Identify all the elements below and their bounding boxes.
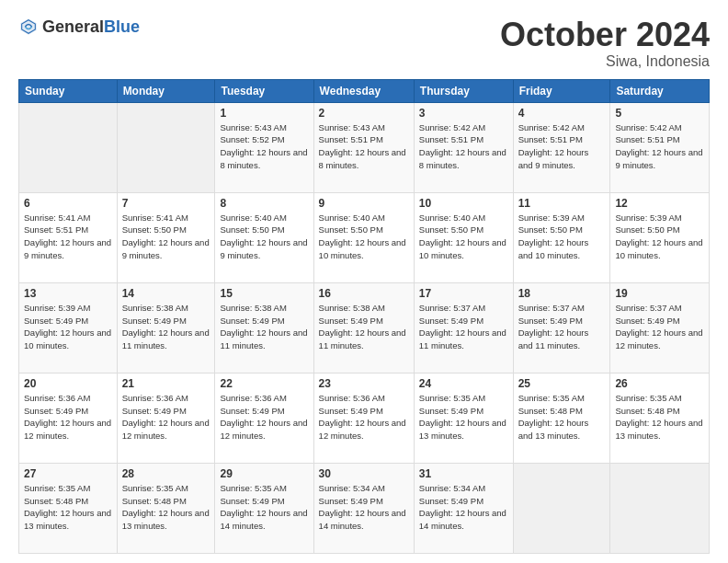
calendar-cell xyxy=(117,102,215,192)
day-number: 12 xyxy=(615,197,704,210)
day-number: 30 xyxy=(319,467,409,480)
header: GeneralBlue October 2024 Siwa, Indonesia xyxy=(18,17,710,70)
calendar-week-row: 1Sunrise: 5:43 AM Sunset: 5:52 PM Daylig… xyxy=(19,102,710,192)
calendar-cell: 22Sunrise: 5:36 AM Sunset: 5:49 PM Dayli… xyxy=(215,373,313,463)
day-number: 16 xyxy=(319,287,409,300)
day-number: 20 xyxy=(24,377,112,390)
weekday-header: Tuesday xyxy=(215,79,313,102)
calendar-cell: 10Sunrise: 5:40 AM Sunset: 5:50 PM Dayli… xyxy=(414,192,513,282)
day-number: 17 xyxy=(419,287,508,300)
day-number: 7 xyxy=(122,197,210,210)
day-info: Sunrise: 5:35 AM Sunset: 5:49 PM Dayligh… xyxy=(419,392,508,442)
day-number: 29 xyxy=(220,467,308,480)
day-info: Sunrise: 5:36 AM Sunset: 5:49 PM Dayligh… xyxy=(319,392,409,442)
day-number: 31 xyxy=(419,467,508,480)
title-area: October 2024 Siwa, Indonesia xyxy=(500,17,710,70)
calendar-cell: 30Sunrise: 5:34 AM Sunset: 5:49 PM Dayli… xyxy=(313,463,414,553)
day-number: 26 xyxy=(615,377,704,390)
weekday-header: Friday xyxy=(513,79,610,102)
page: GeneralBlue October 2024 Siwa, Indonesia… xyxy=(0,0,728,563)
day-number: 1 xyxy=(220,107,308,120)
weekday-header: Sunday xyxy=(19,79,118,102)
calendar-header: SundayMondayTuesdayWednesdayThursdayFrid… xyxy=(19,79,710,102)
calendar-cell xyxy=(513,463,610,553)
day-number: 8 xyxy=(220,197,308,210)
day-number: 18 xyxy=(518,287,606,300)
day-info: Sunrise: 5:36 AM Sunset: 5:49 PM Dayligh… xyxy=(220,392,308,442)
day-info: Sunrise: 5:42 AM Sunset: 5:51 PM Dayligh… xyxy=(615,121,704,172)
logo-general: General xyxy=(42,17,104,36)
calendar-cell: 28Sunrise: 5:35 AM Sunset: 5:48 PM Dayli… xyxy=(117,463,215,553)
day-info: Sunrise: 5:38 AM Sunset: 5:49 PM Dayligh… xyxy=(319,302,409,352)
day-info: Sunrise: 5:35 AM Sunset: 5:48 PM Dayligh… xyxy=(24,482,112,533)
calendar-cell: 1Sunrise: 5:43 AM Sunset: 5:52 PM Daylig… xyxy=(215,102,313,192)
calendar-cell: 25Sunrise: 5:35 AM Sunset: 5:48 PM Dayli… xyxy=(513,373,610,463)
day-info: Sunrise: 5:38 AM Sunset: 5:49 PM Dayligh… xyxy=(220,302,308,352)
svg-marker-0 xyxy=(20,18,37,35)
logo: GeneralBlue xyxy=(18,17,140,37)
calendar-cell: 5Sunrise: 5:42 AM Sunset: 5:51 PM Daylig… xyxy=(610,102,710,192)
day-info: Sunrise: 5:40 AM Sunset: 5:50 PM Dayligh… xyxy=(220,212,308,262)
day-info: Sunrise: 5:43 AM Sunset: 5:52 PM Dayligh… xyxy=(220,121,308,172)
calendar-table: SundayMondayTuesdayWednesdayThursdayFrid… xyxy=(18,79,710,554)
day-info: Sunrise: 5:36 AM Sunset: 5:49 PM Dayligh… xyxy=(122,392,210,442)
day-info: Sunrise: 5:35 AM Sunset: 5:48 PM Dayligh… xyxy=(518,392,606,442)
calendar-cell: 8Sunrise: 5:40 AM Sunset: 5:50 PM Daylig… xyxy=(215,192,313,282)
day-number: 6 xyxy=(24,197,112,210)
day-info: Sunrise: 5:39 AM Sunset: 5:50 PM Dayligh… xyxy=(518,212,606,262)
calendar-week-row: 6Sunrise: 5:41 AM Sunset: 5:51 PM Daylig… xyxy=(19,192,710,282)
day-info: Sunrise: 5:38 AM Sunset: 5:49 PM Dayligh… xyxy=(122,302,210,352)
calendar-cell: 31Sunrise: 5:34 AM Sunset: 5:49 PM Dayli… xyxy=(414,463,513,553)
day-number: 27 xyxy=(24,467,112,480)
calendar-cell: 20Sunrise: 5:36 AM Sunset: 5:49 PM Dayli… xyxy=(19,373,118,463)
day-info: Sunrise: 5:43 AM Sunset: 5:51 PM Dayligh… xyxy=(319,121,409,172)
calendar-cell: 24Sunrise: 5:35 AM Sunset: 5:49 PM Dayli… xyxy=(414,373,513,463)
day-number: 13 xyxy=(24,287,112,300)
day-number: 5 xyxy=(615,107,704,120)
weekday-header: Monday xyxy=(117,79,215,102)
calendar-cell: 6Sunrise: 5:41 AM Sunset: 5:51 PM Daylig… xyxy=(19,192,118,282)
day-info: Sunrise: 5:39 AM Sunset: 5:49 PM Dayligh… xyxy=(24,302,112,352)
day-number: 11 xyxy=(518,197,606,210)
day-number: 10 xyxy=(419,197,508,210)
calendar-week-row: 27Sunrise: 5:35 AM Sunset: 5:48 PM Dayli… xyxy=(19,463,710,553)
logo-blue: Blue xyxy=(104,17,140,36)
day-info: Sunrise: 5:35 AM Sunset: 5:48 PM Dayligh… xyxy=(122,482,210,533)
calendar-cell: 4Sunrise: 5:42 AM Sunset: 5:51 PM Daylig… xyxy=(513,102,610,192)
calendar-cell: 9Sunrise: 5:40 AM Sunset: 5:50 PM Daylig… xyxy=(313,192,414,282)
calendar-cell xyxy=(19,102,118,192)
day-info: Sunrise: 5:36 AM Sunset: 5:49 PM Dayligh… xyxy=(24,392,112,442)
day-number: 2 xyxy=(319,107,409,120)
weekday-row: SundayMondayTuesdayWednesdayThursdayFrid… xyxy=(19,79,710,102)
month-title: October 2024 xyxy=(500,17,710,53)
day-number: 9 xyxy=(319,197,409,210)
calendar-cell: 13Sunrise: 5:39 AM Sunset: 5:49 PM Dayli… xyxy=(19,282,118,373)
day-number: 23 xyxy=(319,377,409,390)
day-info: Sunrise: 5:41 AM Sunset: 5:50 PM Dayligh… xyxy=(122,212,210,262)
day-number: 14 xyxy=(122,287,210,300)
day-info: Sunrise: 5:37 AM Sunset: 5:49 PM Dayligh… xyxy=(419,302,508,352)
calendar-cell: 26Sunrise: 5:35 AM Sunset: 5:48 PM Dayli… xyxy=(610,373,710,463)
day-info: Sunrise: 5:34 AM Sunset: 5:49 PM Dayligh… xyxy=(319,482,409,533)
day-number: 15 xyxy=(220,287,308,300)
day-number: 28 xyxy=(122,467,210,480)
day-info: Sunrise: 5:35 AM Sunset: 5:49 PM Dayligh… xyxy=(220,482,308,533)
weekday-header: Saturday xyxy=(610,79,710,102)
calendar-cell: 3Sunrise: 5:42 AM Sunset: 5:51 PM Daylig… xyxy=(414,102,513,192)
calendar-week-row: 13Sunrise: 5:39 AM Sunset: 5:49 PM Dayli… xyxy=(19,282,710,373)
day-number: 25 xyxy=(518,377,606,390)
calendar-cell: 16Sunrise: 5:38 AM Sunset: 5:49 PM Dayli… xyxy=(313,282,414,373)
calendar-cell xyxy=(610,463,710,553)
calendar-week-row: 20Sunrise: 5:36 AM Sunset: 5:49 PM Dayli… xyxy=(19,373,710,463)
day-number: 19 xyxy=(615,287,704,300)
calendar-cell: 15Sunrise: 5:38 AM Sunset: 5:49 PM Dayli… xyxy=(215,282,313,373)
weekday-header: Thursday xyxy=(414,79,513,102)
day-info: Sunrise: 5:40 AM Sunset: 5:50 PM Dayligh… xyxy=(319,212,409,262)
day-number: 21 xyxy=(122,377,210,390)
day-info: Sunrise: 5:41 AM Sunset: 5:51 PM Dayligh… xyxy=(24,212,112,262)
day-info: Sunrise: 5:42 AM Sunset: 5:51 PM Dayligh… xyxy=(518,121,606,172)
day-info: Sunrise: 5:34 AM Sunset: 5:49 PM Dayligh… xyxy=(419,482,508,533)
calendar-cell: 7Sunrise: 5:41 AM Sunset: 5:50 PM Daylig… xyxy=(117,192,215,282)
location: Siwa, Indonesia xyxy=(500,53,710,70)
day-number: 22 xyxy=(220,377,308,390)
